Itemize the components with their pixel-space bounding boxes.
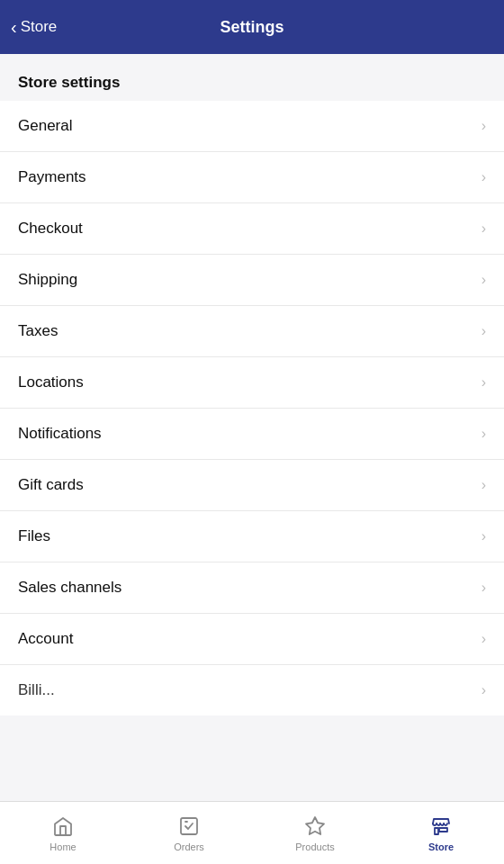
bottom-nav: Home Orders Products St xyxy=(0,801,504,864)
chevron-icon-checkout: › xyxy=(482,220,486,237)
chevron-icon-taxes: › xyxy=(482,323,486,339)
back-label: Store xyxy=(21,18,58,36)
nav-home-label: Home xyxy=(50,842,76,852)
chevron-icon-general: › xyxy=(482,118,486,134)
billing-partial-label: Billi... xyxy=(18,681,55,699)
menu-list: General › Payments › Checkout › Shipping… xyxy=(0,101,504,664)
nav-orders-label: Orders xyxy=(174,842,204,852)
menu-item-payments[interactable]: Payments › xyxy=(0,152,504,203)
menu-item-label-general: General xyxy=(18,117,72,135)
menu-item-label-files: Files xyxy=(18,527,50,545)
chevron-icon-sales-channels: › xyxy=(482,580,486,596)
nav-item-orders[interactable]: Orders xyxy=(126,802,252,864)
header: ‹ Store Settings xyxy=(0,0,504,54)
chevron-icon-shipping: › xyxy=(482,272,486,288)
nav-store-label: Store xyxy=(428,842,454,852)
svg-rect-4 xyxy=(439,828,447,832)
page-title: Settings xyxy=(220,18,284,37)
menu-item-files[interactable]: Files › xyxy=(0,511,504,562)
billing-partial-item[interactable]: Billi... › xyxy=(0,664,504,716)
menu-item-general[interactable]: General › xyxy=(0,101,504,152)
section-header: Store settings xyxy=(0,54,504,101)
settings-content: Store settings General › Payments › Chec… xyxy=(0,54,504,801)
chevron-icon-files: › xyxy=(482,528,486,544)
nav-item-home[interactable]: Home xyxy=(0,802,126,864)
svg-rect-3 xyxy=(435,828,438,834)
menu-item-label-shipping: Shipping xyxy=(18,271,77,289)
menu-item-taxes[interactable]: Taxes › xyxy=(0,306,504,357)
chevron-icon-locations: › xyxy=(482,374,486,391)
menu-item-label-gift-cards: Gift cards xyxy=(18,476,84,494)
home-icon xyxy=(51,814,75,838)
menu-item-account[interactable]: Account › xyxy=(0,614,504,664)
svg-marker-2 xyxy=(306,817,324,834)
menu-item-locations[interactable]: Locations › xyxy=(0,357,504,409)
orders-icon xyxy=(177,814,201,838)
menu-item-notifications[interactable]: Notifications › xyxy=(0,409,504,460)
chevron-icon-gift-cards: › xyxy=(482,477,486,493)
chevron-icon-payments: › xyxy=(482,169,486,185)
back-chevron-icon: ‹ xyxy=(11,18,17,36)
menu-item-shipping[interactable]: Shipping › xyxy=(0,255,504,306)
nav-item-products[interactable]: Products xyxy=(252,802,378,864)
menu-item-checkout[interactable]: Checkout › xyxy=(0,203,504,255)
menu-item-label-checkout: Checkout xyxy=(18,220,83,238)
menu-item-label-taxes: Taxes xyxy=(18,322,58,340)
billing-chevron-icon: › xyxy=(482,682,486,698)
store-icon xyxy=(429,814,453,838)
menu-item-label-notifications: Notifications xyxy=(18,425,102,443)
chevron-icon-account: › xyxy=(482,631,486,647)
menu-item-label-locations: Locations xyxy=(18,374,84,392)
svg-rect-0 xyxy=(181,818,197,834)
menu-item-sales-channels[interactable]: Sales channels › xyxy=(0,562,504,614)
nav-products-label: Products xyxy=(295,842,334,852)
products-icon xyxy=(303,814,327,838)
menu-item-gift-cards[interactable]: Gift cards › xyxy=(0,460,504,511)
menu-item-label-payments: Payments xyxy=(18,168,86,186)
nav-item-store[interactable]: Store xyxy=(378,802,504,864)
menu-item-label-sales-channels: Sales channels xyxy=(18,579,122,597)
back-button[interactable]: ‹ Store xyxy=(11,18,57,36)
menu-item-label-account: Account xyxy=(18,630,73,648)
chevron-icon-notifications: › xyxy=(482,426,486,442)
